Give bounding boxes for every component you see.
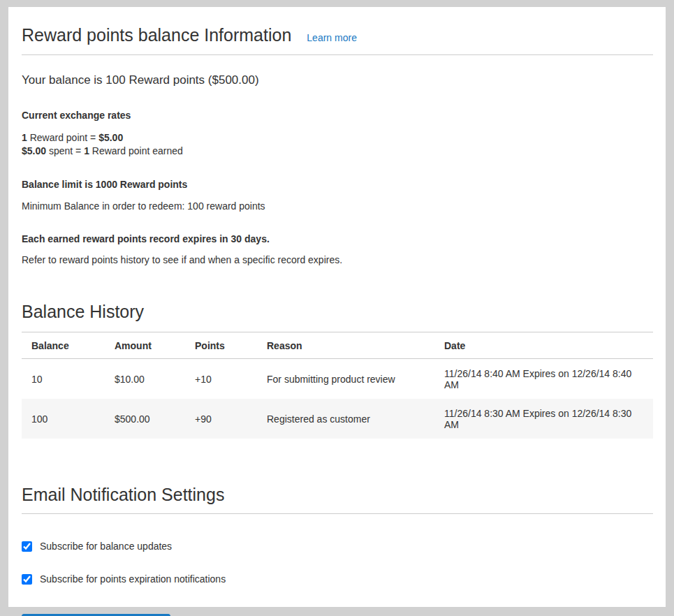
- subscribe-balance-updates-checkbox[interactable]: [22, 541, 32, 552]
- balance-history-heading: Balance History: [22, 302, 653, 322]
- rate2-text1: spent =: [46, 145, 84, 156]
- table-row: 10 $10.00 +10 For submitting product rev…: [22, 359, 653, 399]
- balance-summary: Your balance is 100 Reward points ($500.…: [22, 73, 653, 87]
- column-header-points: Points: [185, 332, 257, 359]
- expiration-note: Refer to reward points history to see if…: [22, 254, 653, 265]
- cell-reason: Registered as customer: [257, 399, 434, 439]
- exchange-rate-line-2: $5.00 spent = 1 Reward point earned: [22, 145, 653, 158]
- rate1-amount: $5.00: [98, 132, 123, 143]
- column-header-reason: Reason: [257, 332, 434, 359]
- subscribe-balance-updates-label: Subscribe for balance updates: [40, 541, 172, 552]
- expiration-rule: Each earned reward points record expires…: [22, 233, 653, 244]
- table-header-row: Balance Amount Points Reason Date: [22, 332, 653, 359]
- rate1-points: 1: [22, 132, 27, 143]
- page-title: Reward points balance Information: [22, 25, 291, 45]
- balance-limit: Balance limit is 1000 Reward points: [22, 179, 653, 190]
- subscribe-expiration-notifications-option[interactable]: Subscribe for points expiration notifica…: [22, 573, 653, 585]
- balance-history-table: Balance Amount Points Reason Date 10 $10…: [22, 332, 653, 439]
- column-header-balance: Balance: [22, 332, 105, 359]
- subscribe-balance-updates-option[interactable]: Subscribe for balance updates: [22, 541, 653, 552]
- learn-more-link[interactable]: Learn more: [307, 32, 357, 43]
- column-header-date: Date: [434, 332, 653, 359]
- reward-points-panel: Reward points balance Information Learn …: [8, 7, 666, 607]
- rate2-points: 1: [84, 145, 89, 156]
- cell-reason: For submitting product review: [257, 359, 434, 399]
- rate2-text2: Reward point earned: [89, 145, 183, 156]
- column-header-amount: Amount: [105, 332, 185, 359]
- exchange-rates: 1 Reward point = $5.00 $5.00 spent = 1 R…: [22, 131, 653, 158]
- exchange-rate-line-1: 1 Reward point = $5.00: [22, 131, 653, 145]
- email-notification-heading: Email Notification Settings: [22, 485, 653, 505]
- cell-balance: 10: [22, 359, 105, 399]
- cell-balance: 100: [22, 399, 105, 439]
- rate1-text: Reward point =: [27, 132, 98, 143]
- table-row: 100 $500.00 +90 Registered as customer 1…: [22, 399, 653, 439]
- subscribe-expiration-notifications-label: Subscribe for points expiration notifica…: [40, 573, 226, 585]
- cell-date: 11/26/14 8:30 AM Expires on 12/26/14 8:3…: [434, 399, 653, 439]
- subscribe-expiration-notifications-checkbox[interactable]: [22, 574, 32, 585]
- cell-date: 11/26/14 8:40 AM Expires on 12/26/14 8:4…: [434, 359, 653, 399]
- page-header: Reward points balance Information Learn …: [22, 20, 653, 45]
- header-divider: [22, 54, 653, 55]
- email-notification-divider: [22, 513, 653, 514]
- cell-amount: $500.00: [105, 399, 185, 439]
- rate2-amount: $5.00: [22, 145, 46, 156]
- min-balance-note: Minimum Balance in order to redeem: 100 …: [22, 200, 653, 212]
- cell-points: +90: [185, 399, 257, 439]
- cell-points: +10: [185, 359, 257, 399]
- exchange-rates-heading: Current exchange rates: [22, 110, 653, 121]
- cell-amount: $10.00: [105, 359, 185, 399]
